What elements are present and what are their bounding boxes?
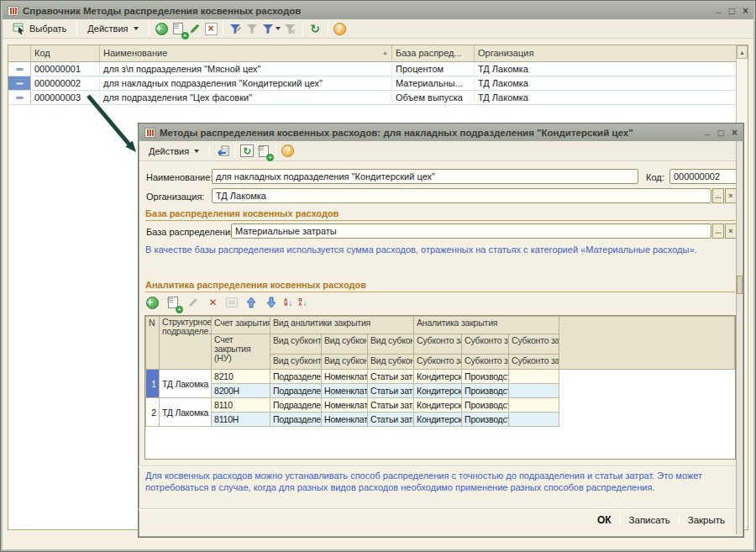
close-button-footer[interactable]: Закрыть bbox=[680, 513, 733, 528]
grid-cell[interactable]: Производст... bbox=[462, 398, 509, 413]
column-header-name[interactable]: Наименование ▲ bbox=[100, 45, 392, 61]
grid-cell-struct[interactable]: ТД Лакомка bbox=[160, 370, 212, 398]
filter-history-icon[interactable] bbox=[262, 22, 281, 36]
grid-cell[interactable]: Подразделен... bbox=[270, 384, 322, 398]
maximize-button[interactable]: □ bbox=[718, 129, 724, 137]
grid-row-number[interactable]: 1 bbox=[146, 370, 160, 398]
add-copy-icon[interactable] bbox=[171, 22, 186, 36]
minimize-button[interactable]: _ bbox=[716, 4, 722, 13]
code-input[interactable]: 000000002 bbox=[669, 169, 737, 184]
move-down-icon[interactable] bbox=[264, 296, 278, 310]
reread-icon[interactable]: ↻ bbox=[240, 145, 254, 157]
grid-cell[interactable] bbox=[509, 384, 559, 398]
toolbar-separator bbox=[209, 145, 210, 158]
add-icon[interactable]: + bbox=[145, 296, 160, 310]
cell-code: 000000003 bbox=[31, 91, 100, 104]
grid-header-account-bu: Счет закрытия (... bbox=[212, 317, 270, 334]
grid-cell[interactable]: Кондитерск... bbox=[414, 398, 462, 413]
grid-cell[interactable]: Подразделен... bbox=[270, 413, 322, 427]
grid-header-sub2-nu: Субконто за... bbox=[462, 355, 509, 370]
add-copy-icon[interactable] bbox=[256, 144, 270, 158]
base-clear-button[interactable]: × bbox=[725, 223, 737, 239]
close-button[interactable]: × bbox=[732, 129, 738, 137]
organization-clear-button[interactable]: × bbox=[725, 188, 737, 203]
grid-cell[interactable]: Производст... bbox=[462, 384, 509, 398]
dialog-vertical-scrollbar[interactable] bbox=[736, 141, 743, 534]
cell-name: для подразделения "Цех фасовки" bbox=[100, 91, 392, 104]
column-header-org[interactable]: Организация bbox=[475, 45, 736, 61]
cell-name: для накладных подразделения "Кондитерски… bbox=[100, 76, 392, 90]
minimize-button[interactable]: _ bbox=[705, 126, 711, 134]
edit-icon[interactable] bbox=[186, 296, 200, 310]
end-edit-icon[interactable]: ок bbox=[226, 297, 238, 308]
help-icon[interactable]: ? bbox=[333, 23, 346, 35]
footer-separator bbox=[139, 508, 737, 509]
base-choose-button[interactable]: ... bbox=[712, 223, 724, 239]
delete-icon[interactable]: ✕ bbox=[206, 296, 220, 310]
organization-choose-button[interactable]: ... bbox=[712, 188, 724, 203]
grid-cell[interactable]: Статьи затрат bbox=[368, 398, 414, 413]
section-base-distribution: База распределения косвенных расходов bbox=[145, 208, 735, 221]
filter-clear-icon[interactable] bbox=[283, 22, 297, 36]
add-copy-icon[interactable] bbox=[165, 296, 180, 310]
table-row[interactable]: 000000003 для подразделения "Цех фасовки… bbox=[8, 91, 736, 105]
move-up-icon[interactable] bbox=[244, 296, 258, 310]
grid-cell[interactable]: Номенклат... bbox=[322, 413, 368, 427]
grid-cell[interactable]: Статьи затрат bbox=[368, 384, 414, 398]
actions-menu-button[interactable]: Действия bbox=[144, 144, 204, 159]
grid-cell[interactable]: Номенклат... bbox=[322, 370, 368, 384]
grid-cell[interactable]: Кондитерск... bbox=[414, 384, 462, 398]
write-button[interactable]: Записать bbox=[621, 513, 679, 528]
ok-button[interactable]: ОК bbox=[589, 512, 620, 528]
grid-cell[interactable] bbox=[509, 413, 559, 427]
grid-header-sub1-nu: Субконто за... bbox=[414, 355, 462, 370]
sort-ascending-icon[interactable]: АЯ↓ bbox=[284, 298, 292, 308]
refresh-icon[interactable]: ↻ bbox=[308, 22, 323, 36]
item-marker-icon bbox=[16, 97, 24, 99]
grid-cell[interactable]: Кондитерск... bbox=[414, 370, 462, 384]
sort-descending-icon[interactable]: ЯА↓ bbox=[298, 298, 307, 308]
grid-row-number[interactable]: 2 bbox=[146, 398, 160, 427]
grid-cell-struct[interactable]: ТД Лакомка bbox=[160, 398, 212, 427]
grid-cell[interactable] bbox=[509, 370, 559, 384]
grid-cell[interactable]: Подразделен... bbox=[270, 398, 322, 413]
cell-name: для з\п подразделения "Мясной цех" bbox=[100, 62, 392, 76]
delete-icon[interactable]: × bbox=[205, 23, 218, 35]
grid-cell[interactable] bbox=[509, 398, 559, 413]
organization-input[interactable]: ТД Лакомка bbox=[212, 188, 711, 203]
select-button[interactable]: Выбрать bbox=[7, 19, 71, 39]
filter-settings-icon[interactable] bbox=[228, 22, 243, 36]
table-row[interactable]: 000000001 для з\п подразделения "Мясной … bbox=[8, 62, 736, 76]
sort-ascending-icon[interactable]: ▲ bbox=[382, 50, 388, 55]
grid-cell[interactable]: Кондитерск... bbox=[414, 413, 462, 427]
grid-cell[interactable]: Номенклат... bbox=[322, 384, 368, 398]
scroll-up-icon[interactable]: ▲ bbox=[737, 45, 748, 59]
column-header-code[interactable]: Код bbox=[31, 45, 100, 61]
main-window: Справочник Методы распределения косвенны… bbox=[0, 0, 756, 552]
grid-cell[interactable]: Производст... bbox=[462, 370, 509, 384]
help-icon[interactable]: ? bbox=[281, 145, 294, 157]
grid-cell[interactable]: Статьи затрат bbox=[368, 413, 414, 427]
maximize-button[interactable]: □ bbox=[729, 7, 735, 15]
column-header-marker[interactable] bbox=[8, 45, 31, 61]
edit-icon[interactable] bbox=[188, 22, 202, 36]
close-button[interactable]: × bbox=[743, 7, 748, 15]
grid-cell[interactable]: Производст... bbox=[462, 413, 509, 427]
grid-cell-account[interactable]: 8210 bbox=[212, 370, 270, 384]
column-header-base[interactable]: База распред... bbox=[392, 45, 475, 61]
base-input[interactable]: Материальные затраты bbox=[231, 223, 711, 239]
name-input[interactable]: для накладных подразделения "Кондитерски… bbox=[212, 169, 638, 184]
grid-cell-account[interactable]: 8110Н bbox=[212, 413, 270, 427]
grid-cell[interactable]: Номенклат... bbox=[322, 398, 368, 413]
add-icon[interactable]: + bbox=[155, 22, 169, 36]
grid-cell[interactable]: Статьи затрат bbox=[368, 370, 414, 384]
filter-by-value-icon[interactable] bbox=[245, 22, 260, 36]
scrollbar-thumb[interactable] bbox=[737, 276, 743, 294]
actions-menu-button[interactable]: Действия bbox=[82, 21, 143, 36]
grid-cell-account[interactable]: 8200Н bbox=[212, 384, 270, 398]
grid-cell[interactable]: Подразделен... bbox=[270, 370, 322, 384]
goto-list-icon[interactable] bbox=[215, 144, 229, 158]
toolbar-separator bbox=[76, 22, 77, 35]
grid-cell-account[interactable]: 8110 bbox=[212, 398, 270, 413]
table-row-current[interactable]: 000000002 для накладных подразделения "К… bbox=[8, 76, 736, 91]
